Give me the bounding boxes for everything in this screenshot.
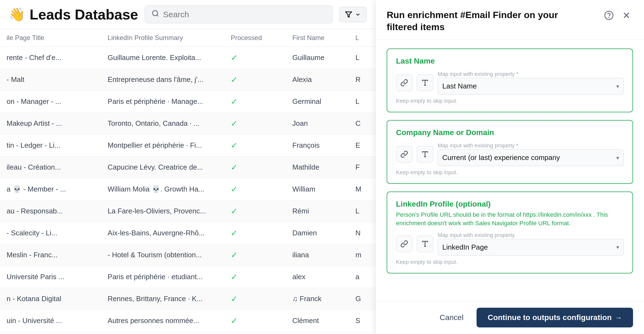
chevron-down-icon-0: ▾ (616, 83, 619, 90)
cell-first-name: Germinal (286, 91, 349, 113)
cell-processed: ✓ (224, 47, 286, 69)
cell-first-name: Guillaume (286, 47, 349, 69)
check-icon: ✓ (231, 229, 238, 238)
check-icon: ✓ (231, 294, 238, 303)
cell-processed: ✓ (224, 69, 286, 91)
arrow-icon: → (615, 313, 622, 322)
company-select-wrapper: Map input with existing property * Curre… (438, 142, 624, 166)
cell-processed: ✓ (224, 288, 286, 310)
close-button[interactable] (620, 9, 633, 24)
right-panel: Run enrichment #Email Finder on your fil… (375, 0, 644, 334)
cell-summary: La Fare-les-Oliviers, Provenc... (101, 200, 224, 222)
continue-label: Continue to outputs configuration (488, 313, 612, 322)
filter-button[interactable] (339, 7, 367, 22)
logo-title: 👋 Leads Database (9, 6, 138, 23)
col-page-title: ile Page Title (0, 29, 101, 47)
header: 👋 Leads Database (0, 0, 375, 29)
table-container: ile Page Title LinkedIn Profile Summary … (0, 29, 375, 334)
cell-last: L (349, 47, 375, 69)
cell-first-name: alex (286, 266, 349, 288)
table-row: Meslin - Franc...- Hotel & Tourism (obte… (0, 244, 375, 266)
modal-actions (602, 9, 633, 24)
cell-processed: ✓ (224, 266, 286, 288)
table-row: Université Paris ...Paris et périphérie … (0, 266, 375, 288)
table-row: au - Responsab...La Fare-les-Oliviers, P… (0, 200, 375, 222)
cell-summary: Rennes, Brittany, France · K... (101, 288, 224, 310)
chevron-down-icon-2: ▾ (616, 244, 619, 250)
col-summary: LinkedIn Profile Summary (101, 29, 224, 47)
cell-last: R (349, 69, 375, 91)
check-icon: ✓ (231, 316, 238, 325)
text-icon-2 (417, 236, 433, 252)
table-row: n - Kotana DigitalRennes, Brittany, Fran… (0, 288, 375, 310)
cell-summary: Capucine Lévy. Creatrice de... (101, 156, 224, 178)
left-panel: 👋 Leads Database ile Page Title (0, 0, 375, 334)
cell-last: N (349, 222, 375, 244)
last-name-select-label: Map input with existing property * (438, 71, 624, 77)
table-row: uin - Université ...Autres personnes nom… (0, 310, 375, 332)
search-icon (152, 10, 159, 19)
cell-summary: Guillaume Lorente. Exploita... (101, 47, 224, 69)
cell-summary: Entrepreneuse dans l'âme, j'... (101, 69, 224, 91)
logo-emoji: 👋 (9, 7, 25, 22)
cell-summary: Toronto, Ontario, Canada · ... (101, 113, 224, 135)
cell-page-title: Makeup Artist - ... (0, 113, 101, 135)
text-icon-1 (417, 146, 433, 162)
table-row: on - Manager - ...Paris et périphérie · … (0, 91, 375, 113)
check-icon: ✓ (231, 75, 238, 84)
cell-last: E (349, 135, 375, 156)
cell-page-title: au - Responsab... (0, 200, 101, 222)
svg-point-0 (152, 11, 158, 16)
col-last: L (349, 29, 375, 47)
cell-page-title: a 💀 - Member - ... (0, 178, 101, 200)
cell-summary: - Hotel & Tourism (obtention... (101, 244, 224, 266)
link-icon-2 (396, 236, 412, 252)
company-skip-hint: Keep empty to skip input. (396, 169, 624, 176)
cell-first-name: Clément (286, 310, 349, 332)
cell-page-title: uin - Université ... (0, 310, 101, 332)
cell-summary: Aix-les-Bains, Auvergne-Rhô... (101, 222, 224, 244)
check-icon: ✓ (231, 250, 238, 259)
cell-last: C (349, 113, 375, 135)
table-row: - MaltEntrepreneuse dans l'âme, j'...✓Al… (0, 69, 375, 91)
col-processed: Processed (224, 29, 286, 47)
help-button[interactable] (602, 9, 615, 24)
linkedin-select-label: Map input with existing property (438, 232, 624, 238)
linkedin-skip-hint: Keep empty to skip input. (396, 259, 624, 265)
app-title: Leads Database (30, 6, 138, 23)
table-row: - Scalecity - Li...Aix-les-Bains, Auverg… (0, 222, 375, 244)
modal-footer: Cancel Continue to outputs configuration… (376, 301, 644, 334)
linkedin-select[interactable]: LinkedIn Page ▾ (438, 239, 624, 256)
cell-processed: ✓ (224, 135, 286, 156)
cell-page-title: Meslin - Franc... (0, 244, 101, 266)
last-name-skip-hint: Keep empty to skip input. (396, 98, 624, 104)
continue-button[interactable]: Continue to outputs configuration → (477, 308, 633, 327)
search-input[interactable] (163, 10, 326, 19)
link-icon-1 (396, 146, 412, 162)
cell-processed: ✓ (224, 178, 286, 200)
cell-first-name: Damien (286, 222, 349, 244)
cell-first-name: François (286, 135, 349, 156)
last-name-select[interactable]: Last Name ▾ (438, 78, 624, 95)
company-name-title: Company Name or Domain (396, 128, 624, 137)
link-icon-0 (396, 75, 412, 91)
cell-first-name: ♫ Franck (286, 288, 349, 310)
check-icon: ✓ (231, 163, 238, 172)
company-select-label: Map input with existing property * (438, 142, 624, 149)
check-icon: ✓ (231, 272, 238, 281)
cell-last: F (349, 156, 375, 178)
search-bar[interactable] (145, 5, 333, 23)
cell-first-name: Rémi (286, 200, 349, 222)
check-icon: ✓ (231, 185, 238, 194)
cancel-button[interactable]: Cancel (433, 309, 470, 326)
cell-last: G (349, 288, 375, 310)
svg-marker-1 (346, 12, 352, 17)
table-row: ileau - Création...Capucine Lévy. Creatr… (0, 156, 375, 178)
cell-processed: ✓ (224, 222, 286, 244)
check-icon: ✓ (231, 141, 238, 150)
cell-page-title: rente - Chef d'e... (0, 47, 101, 69)
svg-point-3 (609, 17, 609, 18)
linkedin-title: LinkedIn Profile (optional) (396, 200, 624, 209)
company-select[interactable]: Current (or last) experience company ▾ (438, 149, 624, 166)
cell-summary: Paris et périphérie · Manage... (101, 91, 224, 113)
